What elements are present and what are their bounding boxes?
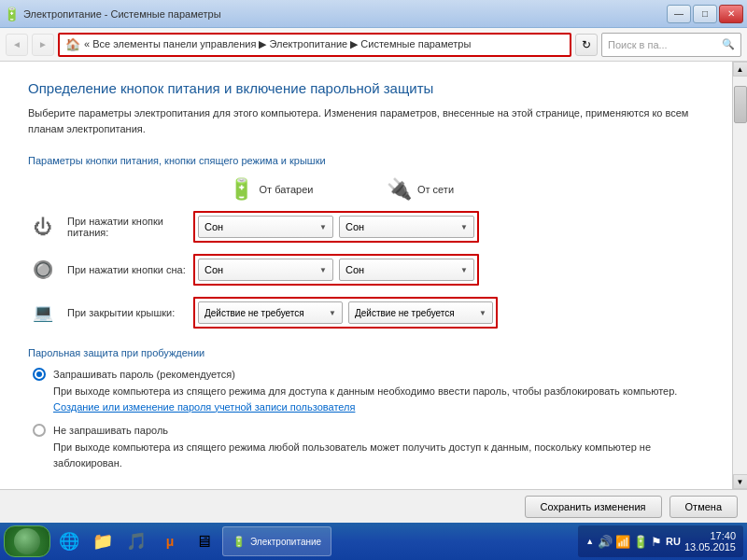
taskbar-item-icon: 🔋 [233,536,246,548]
tray-icons: 🔊 📶 🔋 ⚑ [598,535,662,549]
lid-close-row: 💻 При закрытии крышки: Действие не требу… [28,297,704,329]
start-orb [14,528,40,554]
ask-password-description: При выходе компьютера из спящего режима … [53,384,704,414]
lid-battery-dropdown[interactable]: Действие не требуется ▼ [198,301,343,324]
no-password-description: При выходе компьютера из спящего режима … [53,440,704,470]
power-icon: ⏻ [28,212,58,242]
battery-tray-icon[interactable]: 🔋 [633,535,648,549]
sleep-network-value: Сон [345,264,364,275]
taskbar-media-icon[interactable]: 🎵 [121,526,151,556]
address-text: « Все элементы панели управления ▶ Элект… [84,38,564,50]
power-header: 🔋 От батареи 🔌 От сети [196,177,704,202]
power-battery-dropdown[interactable]: Сон ▼ [198,216,333,238]
forward-button[interactable]: ► [32,34,54,56]
ask-password-label-row: Запрашивать пароль (рекомендуется) [33,368,704,381]
address-field[interactable]: 🏠 « Все элементы панели управления ▶ Эле… [58,33,571,57]
tray-expand-icon[interactable]: ▲ [585,537,594,546]
lid-close-label: При закрытии крышки: [67,307,193,318]
bottom-bar: Сохранить изменения Отмена [0,489,747,523]
taskbar: 🌐 📁 🎵 μ 🖥 🔋 Электропитание ▲ 🔊 📶 🔋 ⚑ RU … [0,523,747,560]
cancel-button[interactable]: Отмена [669,496,738,518]
title-bar-controls: — □ ✕ [667,5,743,23]
title-bar: 🔋 Электропитание - Системные параметры —… [0,0,747,28]
page-title: Определение кнопок питания и включение п… [28,80,704,96]
tray-time: 17:40 [684,530,736,541]
lid-close-controls: Действие не требуется ▼ Действие не треб… [193,297,498,329]
save-button[interactable]: Сохранить изменения [525,496,662,518]
speaker-icon[interactable]: 🔊 [598,535,613,549]
power-network-value: Сон [345,221,364,232]
page-description: Выберите параметры электропитания для эт… [28,105,704,136]
action-center-icon[interactable]: ⚑ [651,535,662,549]
language-indicator: RU [666,536,681,547]
taskbar-item-label: Электропитание [250,537,321,547]
search-placeholder: Поиск в па... [608,39,668,50]
password-section-title: Парольная защита при пробуждении [28,347,704,358]
power-button-controls: Сон ▼ Сон ▼ [193,211,479,243]
password-section: Парольная защита при пробуждении Запраши… [28,347,704,470]
maximize-button[interactable]: □ [693,5,717,23]
window-title: Электропитание - Системные параметры [23,8,221,20]
dropdown-arrow-icon: ▼ [319,266,327,274]
section-label: Параметры кнопки питания, кнопки спящего… [28,155,704,166]
tray-date: 13.05.2015 [684,541,736,553]
sleep-network-dropdown[interactable]: Сон ▼ [339,259,474,281]
lid-network-value: Действие не требуется [355,308,455,318]
no-password-option: Не запрашивать пароль При выходе компьют… [33,424,704,470]
address-bar: ◄ ► 🏠 « Все элементы панели управления ▶… [0,28,747,62]
dropdown-arrow-icon: ▼ [460,223,468,231]
refresh-button[interactable]: ↻ [575,34,598,56]
taskbar-ie-icon[interactable]: 🌐 [54,526,84,556]
scroll-track [733,77,747,474]
minimize-button[interactable]: — [667,5,691,23]
start-button[interactable] [4,525,50,557]
address-icon: 🏠 [65,37,80,51]
power-adapter-icon: 🔌 [387,177,412,202]
system-tray: ▲ 🔊 📶 🔋 ⚑ RU 17:40 13.05.2015 [578,525,743,557]
close-button[interactable]: ✕ [719,5,743,23]
ask-password-option: Запрашивать пароль (рекомендуется) При в… [33,368,704,414]
scroll-thumb[interactable] [734,86,747,123]
window-icon: 🔋 [4,7,20,21]
no-password-label: Не запрашивать пароль [53,425,168,436]
title-bar-left: 🔋 Электропитание - Системные параметры [4,7,221,21]
search-icon: 🔍 [722,38,735,50]
password-radio-group: Запрашивать пароль (рекомендуется) При в… [33,368,704,470]
sleep-button-row: 🔘 При нажатии кнопки сна: Сон ▼ Сон ▼ [28,254,704,286]
no-password-label-row: Не запрашивать пароль [33,424,704,437]
lid-battery-value: Действие не требуется [204,308,304,318]
taskbar-folder-icon[interactable]: 📁 [88,526,118,556]
sleep-icon: 🔘 [28,255,58,285]
dropdown-arrow-icon: ▼ [319,223,327,231]
battery-column-header: 🔋 От батареи [196,177,345,202]
ask-password-radio[interactable] [33,368,46,381]
lid-network-dropdown[interactable]: Действие не требуется ▼ [348,301,493,324]
content-area: Определение кнопок питания и включение п… [0,62,732,489]
back-button[interactable]: ◄ [6,34,28,56]
network-tray-icon[interactable]: 📶 [615,535,630,549]
power-battery-value: Сон [204,221,223,232]
password-change-link[interactable]: Создание или изменение пароля учетной за… [53,401,355,413]
dropdown-arrow-icon: ▼ [460,266,468,274]
radio-selected-dot [36,371,42,377]
taskbar-desktop-icon[interactable]: 🖥 [189,526,218,556]
power-button-row: ⏻ При нажатии кнопки питания: Сон ▼ Сон … [28,211,704,243]
taskbar-control-panel-item[interactable]: 🔋 Электропитание [222,526,331,556]
lid-icon: 💻 [28,298,58,328]
tray-time-date: 17:40 13.05.2015 [684,530,736,553]
power-button-label: При нажатии кнопки питания: [67,216,193,238]
sleep-battery-dropdown[interactable]: Сон ▼ [198,259,333,281]
no-password-radio[interactable] [33,424,46,437]
search-field[interactable]: Поиск в па... 🔍 [601,33,741,57]
scroll-down-button[interactable]: ▼ [733,474,748,489]
power-network-dropdown[interactable]: Сон ▼ [339,216,474,238]
scroll-up-button[interactable]: ▲ [733,62,748,77]
ask-password-label: Запрашивать пароль (рекомендуется) [53,369,235,380]
dropdown-arrow-icon: ▼ [479,309,486,317]
taskbar-torrent-icon[interactable]: μ [155,526,185,556]
window: 🔋 Электропитание - Системные параметры —… [0,0,747,560]
battery-icon: 🔋 [229,177,254,202]
taskbar-pinned-icons: 🌐 📁 🎵 μ 🖥 [54,526,218,556]
sleep-battery-value: Сон [204,264,223,275]
dropdown-arrow-icon: ▼ [329,309,336,317]
